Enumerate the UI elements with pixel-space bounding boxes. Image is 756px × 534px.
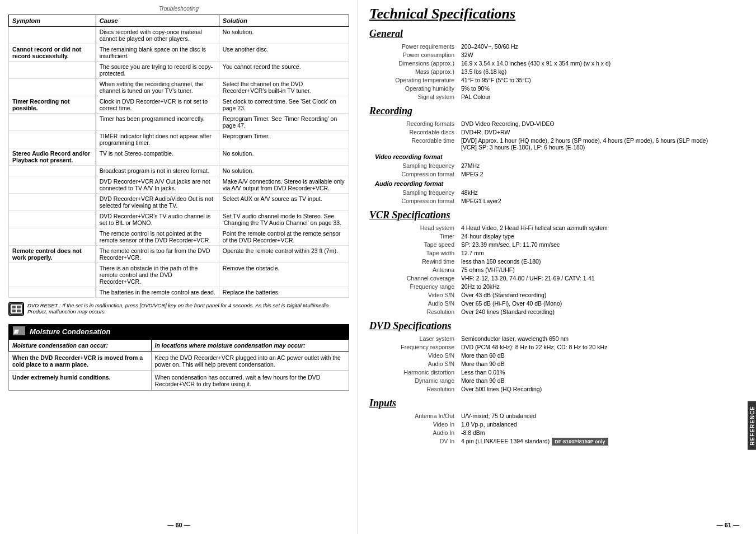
spec-row: DV In4 pin (i.LINK/IEEE 1394 standard)DF… bbox=[369, 437, 745, 446]
spec-label-cell: Audio S/N bbox=[369, 299, 459, 307]
spec-value-cell: 16.9 x 3.54 x 14.0 inches (430 x 91 x 35… bbox=[459, 59, 745, 67]
spec-row: Antenna75 ohms (VHF/UHF) bbox=[369, 265, 745, 274]
spec-value-cell: 4 Head Video, 2 Head Hi-Fi helical scan … bbox=[459, 223, 745, 232]
spec-value-cell: 41°F to 95°F (5°C to 35°C) bbox=[459, 76, 745, 84]
reference-tab: REFERENCE bbox=[748, 401, 756, 450]
spec-value-cell: [DVD] Approx. 1 hour (HQ mode), 2 hours … bbox=[459, 136, 745, 151]
audio-recording-format-title: Audio recording format bbox=[375, 180, 745, 187]
spec-value-cell: 1.0 Vp-p, unbalanced bbox=[459, 420, 745, 428]
trouble-row: Broadcast program is not in stereo forma… bbox=[9, 166, 349, 176]
spec-value-cell: 75 ohms (VHF/UHF) bbox=[459, 265, 745, 274]
symptom-cell bbox=[9, 62, 96, 79]
spec-label-cell: Power requirements bbox=[369, 42, 459, 50]
cause-cell: The remote control is too far from the D… bbox=[96, 246, 219, 263]
cause-cell: The source you are trying to record is c… bbox=[96, 62, 219, 79]
spec-row: Audio In-8.8 dBm bbox=[369, 428, 745, 437]
spec-label-cell: Rewind time bbox=[369, 257, 459, 265]
moisture-row: When the DVD Recorder+VCR is moved from … bbox=[9, 352, 349, 371]
solution-cell: Remove the obstacle. bbox=[219, 263, 349, 287]
spec-label-cell: Harmonic distortion bbox=[369, 368, 459, 376]
spec-row: Tape width12.7 mm bbox=[369, 249, 745, 257]
general-specs-table: Power requirements200–240V~, 50/60 HzPow… bbox=[369, 42, 745, 101]
trouble-row: Discs recorded with copy-once material c… bbox=[9, 27, 349, 44]
svg-text:▣: ▣ bbox=[13, 329, 19, 334]
spec-value-cell: less than 150 seconds (E-180) bbox=[459, 257, 745, 265]
spec-value-cell: More than 90 dB bbox=[459, 359, 745, 368]
spec-label-cell: Audio S/N bbox=[369, 359, 459, 368]
symptom-header: Symptom bbox=[9, 15, 96, 27]
right-panel: Technical Specifications General Power r… bbox=[358, 0, 756, 534]
cause-cell: Clock in DVD Recorder+VCR is not set to … bbox=[96, 96, 219, 114]
solution-cell: Select the channel on the DVD Recorder+V… bbox=[219, 79, 349, 96]
spec-value-cell: 200–240V~, 50/60 Hz bbox=[459, 42, 745, 50]
dvd-reset-note: DVD RESET : If the set is in malfunction… bbox=[8, 302, 349, 316]
trouble-row: The batteries in the remote control are … bbox=[9, 287, 349, 298]
svg-rect-0 bbox=[10, 304, 22, 314]
solution-cell: No solution. bbox=[219, 148, 349, 166]
inputs-specs-table: Antenna In/OutU/V-mixed; 75 Ω unbalanced… bbox=[369, 411, 745, 446]
solution-header: Solution bbox=[219, 15, 349, 27]
spec-row: Harmonic distortionLess than 0.01% bbox=[369, 368, 745, 376]
spec-row: Power consumption32W bbox=[369, 50, 745, 59]
solution-cell: Point the remote control at the remote s… bbox=[219, 228, 349, 246]
spec-row: Antenna In/OutU/V-mixed; 75 Ω unbalanced bbox=[369, 411, 745, 420]
spec-row: Timer24-hour display type bbox=[369, 232, 745, 240]
trouble-row: DVD Recorder+VCR's TV audio channel is s… bbox=[9, 211, 349, 228]
trouble-row: Timer Recording not possible.Clock in DV… bbox=[9, 96, 349, 114]
spec-row: Sampling frequency48kHz bbox=[369, 188, 745, 196]
spec-value-cell: Over 43 dB (Standard recording) bbox=[459, 291, 745, 299]
moisture-title: Moisture Condensation bbox=[30, 327, 110, 336]
spec-value-cell: 27MHz bbox=[459, 161, 745, 170]
spec-value-cell: VHF: 2-12, 13-20, 74-80 / UHF: 21-69 / C… bbox=[459, 274, 745, 282]
spec-row: Channel coverageVHF: 2-12, 13-20, 74-80 … bbox=[369, 274, 745, 282]
spec-row: Head system4 Head Video, 2 Head Hi-Fi he… bbox=[369, 223, 745, 232]
spec-row: Sampling frequency27MHz bbox=[369, 161, 745, 170]
spec-label-cell: Power consumption bbox=[369, 50, 459, 59]
spec-label-cell: DV In bbox=[369, 437, 459, 446]
symptom-cell bbox=[9, 131, 96, 148]
spec-label-cell: Channel coverage bbox=[369, 274, 459, 282]
moisture-location-cell: When condensation has occurred, wait a f… bbox=[151, 371, 349, 391]
recording-specs-table: Recording formatsDVD Video Recording, DV… bbox=[369, 119, 745, 151]
spec-label-cell: Laser system bbox=[369, 334, 459, 343]
spec-row: Video S/NOver 43 dB (Standard recording) bbox=[369, 291, 745, 299]
moisture-condition-cell: When the DVD Recorder+VCR is moved from … bbox=[9, 352, 152, 371]
symptom-cell bbox=[9, 166, 96, 176]
symptom-cell: Remote control does not work properly. bbox=[9, 246, 96, 263]
spec-row: Operating temperature41°F to 95°F (5°C t… bbox=[369, 76, 745, 84]
cause-header: Cause bbox=[96, 15, 219, 27]
symptom-cell: Cannot record or did not record successf… bbox=[9, 44, 96, 62]
spec-label-cell: Recordable time bbox=[369, 136, 459, 151]
solution-cell: Set clock to correct time. See 'Set Cloc… bbox=[219, 96, 349, 114]
trouble-row: There is an obstacle in the path of the … bbox=[9, 263, 349, 287]
solution-cell: Operate the remote control within 23 ft … bbox=[219, 246, 349, 263]
solution-cell: Replace the batteries. bbox=[219, 287, 349, 298]
spec-row: ResolutionOver 240 lines (Standard recor… bbox=[369, 307, 745, 316]
svg-rect-3 bbox=[12, 310, 16, 312]
solution-cell: Set TV audio channel mode to Stereo. See… bbox=[219, 211, 349, 228]
cause-cell: When setting the recording channel, the … bbox=[96, 79, 219, 96]
spec-label-cell: Operating temperature bbox=[369, 76, 459, 84]
spec-value-cell: PAL Colour bbox=[459, 92, 745, 101]
spec-value-cell: 12.7 mm bbox=[459, 249, 745, 257]
trouble-row: When setting the recording channel, the … bbox=[9, 79, 349, 96]
moisture-condition-cell: Under extremely humid conditions. bbox=[9, 371, 152, 391]
spec-row: Frequency range20Hz to 20kHz bbox=[369, 282, 745, 291]
moisture-icon: ▣ bbox=[13, 326, 25, 337]
spec-value-cell: 20Hz to 20kHz bbox=[459, 282, 745, 291]
spec-value-cell: U/V-mixed; 75 Ω unbalanced bbox=[459, 411, 745, 420]
moisture-location-cell: Keep the DVD Recorder+VCR plugged into a… bbox=[151, 352, 349, 371]
moisture-table: Moisture condensation can occur: In loca… bbox=[8, 339, 349, 391]
spec-label-cell: Operating humidity bbox=[369, 84, 459, 92]
audio-recording-format-table: Sampling frequency48kHzCompression forma… bbox=[369, 188, 745, 205]
spec-label-cell: Sampling frequency bbox=[369, 161, 459, 170]
spec-label-cell: Tape speed bbox=[369, 240, 459, 249]
svg-rect-1 bbox=[12, 306, 16, 308]
vcr-specs-title: VCR Specifications bbox=[369, 209, 745, 221]
spec-value-cell: 48kHz bbox=[459, 188, 745, 196]
solution-cell: Reprogram Timer. bbox=[219, 131, 349, 148]
solution-cell: You cannot record the source. bbox=[219, 62, 349, 79]
spec-value-cell: 24-hour display type bbox=[459, 232, 745, 240]
cause-cell: The remaining blank space on the disc is… bbox=[96, 44, 219, 62]
cause-cell: DVD Recorder+VCR's TV audio channel is s… bbox=[96, 211, 219, 228]
